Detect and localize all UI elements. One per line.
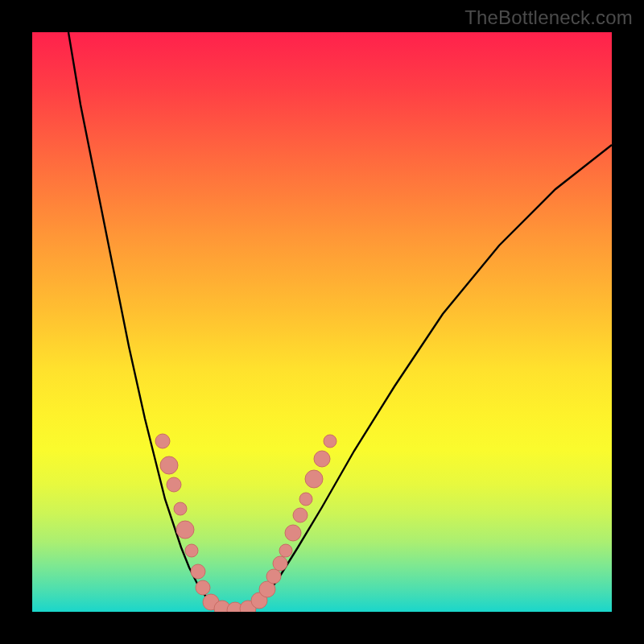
data-marker bbox=[160, 456, 178, 474]
data-marker bbox=[191, 564, 205, 579]
curve-svg bbox=[32, 32, 612, 612]
data-marker bbox=[196, 580, 210, 595]
data-marker bbox=[176, 521, 194, 539]
data-marker bbox=[293, 508, 308, 522]
data-marker bbox=[174, 502, 187, 515]
data-marker bbox=[155, 434, 170, 448]
data-marker bbox=[273, 556, 287, 571]
data-marker bbox=[266, 569, 281, 584]
data-marker bbox=[324, 435, 336, 448]
watermark-text: TheBottleneck.com bbox=[464, 6, 633, 29]
data-marker bbox=[285, 525, 301, 541]
data-marker bbox=[167, 477, 181, 492]
data-markers bbox=[155, 434, 336, 612]
plot-area bbox=[32, 32, 612, 612]
data-marker bbox=[314, 451, 330, 467]
bottleneck-curve bbox=[68, 32, 612, 610]
chart-frame: TheBottleneck.com bbox=[0, 0, 644, 644]
data-marker bbox=[279, 544, 292, 557]
data-marker bbox=[185, 544, 198, 557]
data-marker bbox=[299, 493, 312, 506]
data-marker bbox=[305, 470, 323, 488]
